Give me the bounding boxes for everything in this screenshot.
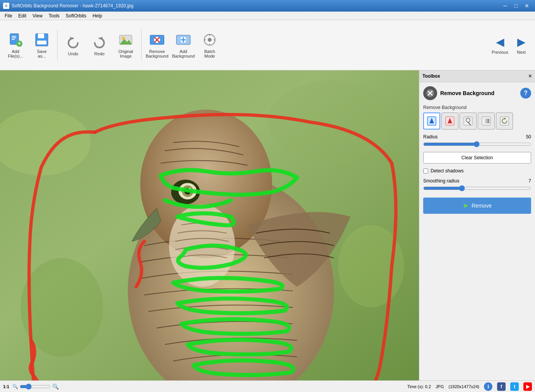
detect-shadows-checkbox[interactable] xyxy=(423,169,428,174)
menu-edit[interactable]: Edit xyxy=(15,12,29,19)
zoom-level-display: 1:1 xyxy=(3,384,9,389)
detect-shadows-row: Detect shadows xyxy=(423,168,531,174)
zoom-out-icon[interactable]: 🔍 xyxy=(12,384,18,389)
toolbox-panel: Toolbox × Remove Background ? Remove Bac… xyxy=(419,70,535,380)
radius-value-display: 50 xyxy=(526,134,531,140)
zoom-in-icon[interactable]: 🔍 xyxy=(52,383,59,390)
radius-label-text: Radius xyxy=(423,134,438,140)
original-image-icon xyxy=(118,32,133,48)
next-label: Next xyxy=(517,50,526,55)
remove-bg-label: Remove Background xyxy=(423,105,531,110)
svg-rect-7 xyxy=(38,34,44,38)
toolbox-close-button[interactable]: × xyxy=(528,73,532,80)
svg-rect-1 xyxy=(12,36,16,37)
title-bar: S SoftOrbits Background Remover - hawk-2… xyxy=(0,0,535,12)
previous-button[interactable]: ◀ Previous xyxy=(489,30,511,61)
toolbar: + Add File(s)... Save as... Undo xyxy=(0,20,535,70)
svg-rect-3 xyxy=(12,39,15,40)
original-image-label: Original Image xyxy=(118,49,133,58)
tool-buttons xyxy=(423,112,531,130)
image-container xyxy=(0,70,419,380)
main-content: Toolbox × Remove Background ? Remove Bac… xyxy=(0,70,535,380)
revert-tool-button[interactable] xyxy=(496,112,513,130)
smoothing-value-display: 7 xyxy=(528,178,531,184)
minimize-button[interactable]: ─ xyxy=(500,2,510,10)
svg-text:+: + xyxy=(18,40,21,46)
add-background-label: Add Background xyxy=(172,49,195,58)
redo-label: Redo xyxy=(94,51,104,56)
batch-mode-button[interactable]: Batch Mode xyxy=(197,30,222,61)
remove-button-label: Remove xyxy=(472,203,492,209)
previous-arrow-icon: ◀ xyxy=(496,36,504,48)
youtube-button[interactable]: ▶ xyxy=(523,382,532,391)
remove-bg-section-icon xyxy=(423,86,437,100)
zoom-slider-container: 🔍 🔍 xyxy=(12,383,59,390)
toolbox-title: Toolbox xyxy=(422,73,440,79)
toolbox-body: Remove Background ? Remove Background xyxy=(419,82,535,380)
info-button[interactable]: ℹ xyxy=(484,382,492,391)
separator-1 xyxy=(57,30,58,61)
remove-bg-header: Remove Background ? xyxy=(423,86,531,100)
original-image-button[interactable]: Original Image xyxy=(113,30,138,61)
canvas-area[interactable] xyxy=(0,70,419,380)
radius-section: Radius 50 xyxy=(423,134,531,147)
zoom-slider[interactable] xyxy=(20,383,51,390)
batch-mode-label: Batch Mode xyxy=(204,49,215,58)
status-right: Time (s): 0.2 JPG (1920x1477x24) ℹ f t ▶ xyxy=(407,382,532,391)
remove-bg-title: Remove Background xyxy=(440,90,517,96)
save-as-label: Save as... xyxy=(37,49,46,58)
redo-icon xyxy=(92,34,107,50)
remove-pen-tool-button[interactable] xyxy=(441,112,458,130)
previous-label: Previous xyxy=(492,50,508,55)
nav-buttons: ◀ Previous ▶ Next xyxy=(489,30,532,61)
remove-background-button[interactable]: Remove Background xyxy=(145,30,169,61)
remove-arrow-icon: ➤ xyxy=(463,201,468,210)
add-background-icon xyxy=(176,32,191,48)
save-icon xyxy=(34,32,50,48)
menu-help[interactable]: Help xyxy=(89,12,105,19)
window-controls: ─ □ ✕ xyxy=(500,2,532,10)
svg-rect-2 xyxy=(12,37,16,38)
save-as-button[interactable]: Save as... xyxy=(29,30,54,61)
gradient-tool-button[interactable] xyxy=(478,112,495,130)
magic-wand-tool-button[interactable] xyxy=(460,112,477,130)
smoothing-label-row: Smoothing radius 7 xyxy=(423,178,531,184)
help-button[interactable]: ? xyxy=(520,88,531,99)
undo-button[interactable]: Undo xyxy=(61,30,85,61)
format-display: JPG xyxy=(436,384,444,389)
remove-button[interactable]: ➤ Remove xyxy=(423,198,531,214)
keep-pen-tool-button[interactable] xyxy=(423,112,440,130)
svg-point-30 xyxy=(268,81,392,163)
window-title: SoftOrbits Background Remover - hawk-271… xyxy=(12,3,500,9)
radius-slider-container xyxy=(423,141,531,147)
add-file-label: Add File(s)... xyxy=(8,49,23,58)
twitter-button[interactable]: t xyxy=(510,382,519,391)
menu-view[interactable]: View xyxy=(29,12,46,19)
separator-2 xyxy=(141,30,142,61)
redo-button[interactable]: Redo xyxy=(87,30,112,61)
menu-tools[interactable]: Tools xyxy=(46,12,63,19)
next-arrow-icon: ▶ xyxy=(517,36,526,48)
smoothing-section: Smoothing radius 7 xyxy=(423,178,531,191)
app-icon: S xyxy=(3,3,9,9)
svg-rect-56 xyxy=(483,119,489,123)
clear-selection-button[interactable]: Clear Selection xyxy=(423,152,531,164)
facebook-button[interactable]: f xyxy=(497,382,506,391)
dimensions-display: (1920x1477x24) xyxy=(448,384,479,389)
undo-icon xyxy=(65,34,81,50)
menu-softorbits[interactable]: SoftOrbits xyxy=(63,12,89,19)
radius-slider[interactable] xyxy=(423,141,531,147)
time-display: Time (s): 0.2 xyxy=(407,384,431,389)
detect-shadows-label: Detect shadows xyxy=(431,168,463,174)
smoothing-slider[interactable] xyxy=(423,185,531,191)
menu-file[interactable]: File xyxy=(2,12,15,19)
maximize-button[interactable]: □ xyxy=(511,2,521,10)
smoothing-slider-container xyxy=(423,185,531,191)
remove-background-label: Remove Background xyxy=(146,49,169,58)
close-button[interactable]: ✕ xyxy=(522,2,532,10)
next-button[interactable]: ▶ Next xyxy=(511,30,532,61)
add-background-button[interactable]: Add Background xyxy=(171,30,196,61)
remove-background-icon xyxy=(149,32,165,48)
add-file-button[interactable]: + Add File(s)... xyxy=(3,30,28,61)
hawk-canvas xyxy=(0,70,419,380)
